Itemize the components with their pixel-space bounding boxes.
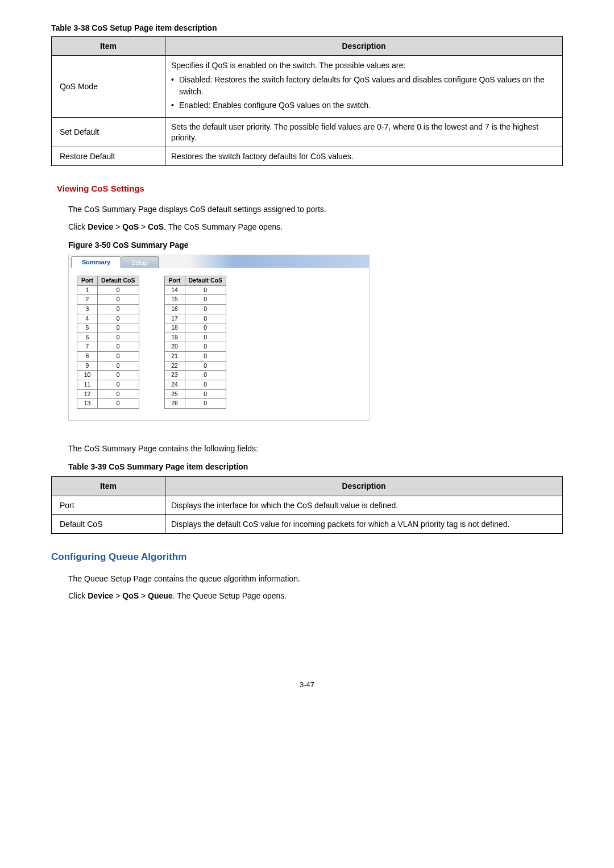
port-cell: 19 <box>164 333 185 342</box>
table-row: 70 <box>77 342 139 352</box>
col-port: Port <box>77 276 98 286</box>
port-cell: 21 <box>164 352 185 362</box>
table-row: 220 <box>164 361 226 371</box>
table-row: 90 <box>77 361 139 371</box>
desc-intro: Specifies if QoS is enabled on the switc… <box>171 60 557 72</box>
item-cell: Default CoS <box>52 514 165 533</box>
defcos-cell: 0 <box>185 361 226 371</box>
text: . The Queue Setup Page opens. <box>173 591 287 600</box>
paragraph: The CoS Summary Page contains the follow… <box>68 443 563 454</box>
table-row: 240 <box>164 380 226 390</box>
defcos-cell: 0 <box>185 380 226 390</box>
port-cell: 10 <box>77 371 98 380</box>
bold-qos: QoS <box>122 222 139 231</box>
table-row: 250 <box>164 389 226 399</box>
bullet-list: Disabled: Restores the switch factory de… <box>171 74 557 111</box>
table-row: 130 <box>77 399 139 409</box>
defcos-cell: 0 <box>98 389 139 399</box>
defcos-cell: 0 <box>98 380 139 390</box>
table-row: 50 <box>77 323 139 333</box>
header-description: Description <box>165 477 563 496</box>
defcos-cell: 0 <box>185 352 226 362</box>
table-row: 140 <box>164 285 226 295</box>
defcos-cell: 0 <box>98 352 139 362</box>
paragraph: Click Device > QoS > CoS. The CoS Summar… <box>68 222 563 232</box>
port-cell: 1 <box>77 285 98 295</box>
table-row: 200 <box>164 342 226 352</box>
defcos-cell: 0 <box>185 399 226 409</box>
port-cell: 2 <box>77 295 98 305</box>
table-row: 160 <box>164 304 226 314</box>
page-number: 3-47 <box>51 680 563 690</box>
paragraph: The CoS Summary Page displays CoS defaul… <box>68 204 563 214</box>
table-row: Default CoS Displays the default CoS val… <box>52 514 563 533</box>
defcos-cell: 0 <box>185 389 226 399</box>
table-row: 120 <box>77 389 139 399</box>
text: > <box>113 591 122 600</box>
port-cell: 5 <box>77 323 98 333</box>
defcos-cell: 0 <box>185 333 226 342</box>
table-row: 60 <box>77 333 139 342</box>
list-item: Enabled: Enables configure QoS values on… <box>171 99 557 111</box>
port-cell: 22 <box>164 361 185 371</box>
bold-qos: QoS <box>122 591 139 600</box>
paragraph: Click Device > QoS > Queue. The Queue Se… <box>68 591 563 601</box>
port-cell: 15 <box>164 295 185 305</box>
defcos-cell: 0 <box>98 314 139 323</box>
text: > <box>139 591 148 600</box>
port-cell: 26 <box>164 399 185 409</box>
port-cell: 6 <box>77 333 98 342</box>
port-cell: 12 <box>77 389 98 399</box>
table-row: 10 <box>77 285 139 295</box>
section-configuring-queue: Configuring Queue Algorithm <box>51 551 563 563</box>
defcos-cell: 0 <box>98 285 139 295</box>
table-row: 80 <box>77 352 139 362</box>
tab-setup[interactable]: Setup <box>121 256 159 268</box>
table-row: 110 <box>77 380 139 390</box>
header-item: Item <box>52 37 165 56</box>
defcos-cell: 0 <box>98 304 139 314</box>
summary-tables: Port Default CoS 10203040506070809010011… <box>69 276 369 409</box>
table-row: 150 <box>164 295 226 305</box>
defcos-cell: 0 <box>185 314 226 323</box>
port-cell: 8 <box>77 352 98 362</box>
port-cell: 17 <box>164 314 185 323</box>
desc-cell: Displays the interface for which the CoS… <box>165 496 563 514</box>
table-row: 170 <box>164 314 226 323</box>
tab-summary[interactable]: Summary <box>71 256 121 268</box>
table-caption: Table 3-39 CoS Summary Page item descrip… <box>68 462 563 472</box>
cos-setup-table: Item Description QoS Mode Specifies if Q… <box>51 36 563 166</box>
defcos-cell: 0 <box>98 295 139 305</box>
desc-cell: Specifies if QoS is enabled on the switc… <box>165 56 563 118</box>
paragraph: The Queue Setup Page contains the queue … <box>68 574 563 584</box>
item-cell: Port <box>52 496 165 514</box>
bold-device: Device <box>88 591 113 600</box>
port-cell: 25 <box>164 389 185 399</box>
defcos-cell: 0 <box>98 371 139 380</box>
cos-summary-figure: Summary Setup Port Default CoS 102030405… <box>68 255 370 421</box>
table-row: 260 <box>164 399 226 409</box>
figure-caption: Figure 3-50 CoS Summary Page <box>68 240 563 250</box>
summary-table-left: Port Default CoS 10203040506070809010011… <box>77 276 139 409</box>
port-cell: 7 <box>77 342 98 352</box>
section-viewing-cos: Viewing CoS Settings <box>57 183 563 194</box>
defcos-cell: 0 <box>185 285 226 295</box>
summary-table-right: Port Default CoS 14015016017018019020021… <box>164 276 227 409</box>
table-caption: Table 3-38 CoS Setup Page item descripti… <box>51 23 563 33</box>
desc-cell: Sets the default user priority. The poss… <box>165 118 563 147</box>
tabs-row: Summary Setup <box>69 255 369 268</box>
defcos-cell: 0 <box>185 371 226 380</box>
item-cell: Restore Default <box>52 147 165 165</box>
table-row: 100 <box>77 371 139 380</box>
bold-cos: CoS <box>148 222 164 231</box>
text: Click <box>68 591 88 600</box>
bold-queue: Queue <box>148 591 173 600</box>
table-row: 20 <box>77 295 139 305</box>
port-cell: 16 <box>164 304 185 314</box>
header-item: Item <box>52 477 165 496</box>
defcos-cell: 0 <box>185 342 226 352</box>
table-row: 190 <box>164 333 226 342</box>
port-cell: 13 <box>77 399 98 409</box>
port-cell: 11 <box>77 380 98 390</box>
table-row: Restore Default Restores the switch fact… <box>52 147 563 165</box>
